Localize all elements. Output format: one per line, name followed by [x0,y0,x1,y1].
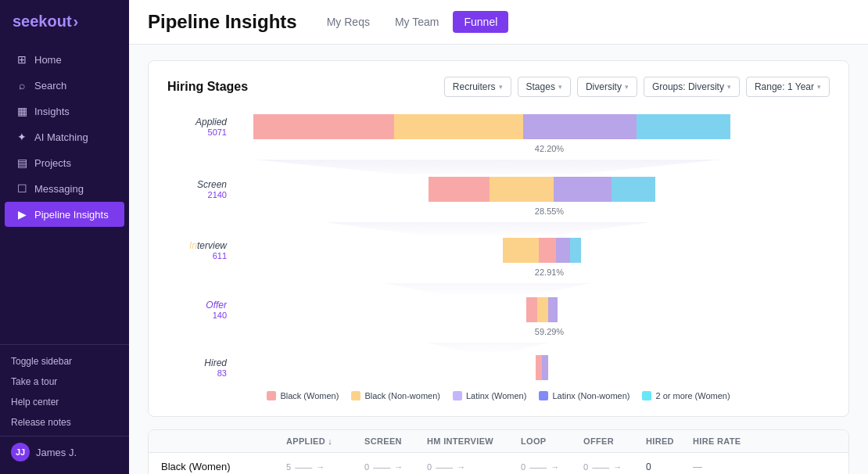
col-applied: APPLIED ↓ [286,436,364,446]
col-offer: OFFER [583,436,646,446]
stages-filter[interactable]: Stages ▾ [518,77,571,97]
sidebar-item-search[interactable]: ⌕ Search [5,73,124,98]
row-name: Black (Women) [161,461,286,472]
sidebar-item-ai-matching[interactable]: ✦ AI Matching [5,124,124,149]
data-table: APPLIED ↓ SCREEN HM INTERVIEW LOOP OFFER… [148,429,849,474]
sidebar-item-home[interactable]: ⊞ Home [5,47,124,72]
filter-row: Recruiters ▾ Stages ▾ Diversity ▾ Groups… [444,77,830,97]
sidebar-item-label: AI Matching [34,131,88,143]
row-applied: 5 —— → [286,462,364,472]
funnel-row-hired: Hired 83 [167,354,830,382]
sidebar-footer: Toggle sidebar Take a tour Help center R… [0,344,129,474]
col-screen: SCREEN [364,436,427,446]
funnel-row-screen: Screen 2140 [167,175,830,203]
row-screen: 0 —— → [364,462,427,472]
row-offer: 0 —— → [583,462,646,472]
chart-title: Hiring Stages [167,80,248,94]
pipeline-insights-icon: ▶ [16,208,28,221]
chevron-down-icon: ▾ [817,83,821,91]
sidebar-item-label: Projects [34,157,71,169]
tab-my-team[interactable]: My Team [384,11,450,33]
funnel-row-applied: Applied 5071 [167,113,830,141]
main-content: Pipeline Insights My Reqs My Team Funnel… [129,0,868,474]
legend-latinx-non-women: Latinx (Non-women) [539,391,629,400]
sidebar-item-projects[interactable]: ▤ Projects [5,150,124,175]
tab-my-reqs[interactable]: My Reqs [316,11,381,33]
stage-count-offer: 140 [167,311,227,320]
stage-name-screen: Screen [167,179,227,190]
stage-count-hired: 83 [167,368,227,378]
stage-name-applied: Applied [167,117,227,127]
user-info[interactable]: JJ James J. [0,436,129,468]
toggle-sidebar-link[interactable]: Toggle sidebar [0,351,129,372]
col-loop: LOOP [521,436,583,446]
diversity-filter[interactable]: Diversity ▾ [577,77,637,97]
offer-bars [253,296,830,324]
sidebar-item-insights[interactable]: ▦ Insights [5,99,124,124]
row-hired: 0 [646,461,693,472]
legend-color-black-women [267,391,276,400]
take-a-tour-link[interactable]: Take a tour [0,372,129,392]
col-name [161,436,286,446]
screen-bars [253,175,830,203]
stage-count-screen: 2140 [167,190,227,199]
sidebar-item-label: Messaging [34,183,84,195]
release-notes-link[interactable]: Release notes [0,412,129,433]
conversion-offer: 59.29% [269,327,830,336]
help-center-link[interactable]: Help center [0,392,129,412]
groups-diversity-filter[interactable]: Groups: Diversity ▾ [644,77,740,97]
col-hired: HIRED [646,436,693,446]
funnel-row-interview: Interview 611 [167,236,830,264]
conversion-interview: 22.91% [269,268,830,277]
sidebar-item-messaging[interactable]: ☐ Messaging [5,176,124,201]
legend-2-or-more-women: 2 or more (Women) [642,391,730,400]
col-hire-rate: HIRE RATE [693,436,755,446]
row-hm-interview: 0 —— → [427,462,521,472]
sidebar-item-label: Pipeline Insights [34,209,109,221]
insights-icon: ▦ [16,105,28,117]
home-icon: ⊞ [16,53,28,66]
recruiters-filter[interactable]: Recruiters ▾ [444,77,511,97]
legend-color-latinx-non-women [539,391,548,400]
col-hm-interview: HM INTERVIEW [427,436,521,446]
messaging-icon: ☐ [16,182,28,195]
page-title: Pipeline Insights [148,11,297,33]
legend-color-black-non-women [351,391,360,400]
sidebar-nav: ⊞ Home ⌕ Search ▦ Insights ✦ AI Matching… [0,43,129,344]
sidebar-item-label: Search [34,80,66,92]
hiring-stages-section: Hiring Stages Recruiters ▾ Stages ▾ Dive… [148,60,849,417]
row-hire-rate: — [693,461,755,472]
sidebar: seekout› ⊞ Home ⌕ Search ▦ Insights ✦ AI… [0,0,129,474]
chart-header: Hiring Stages Recruiters ▾ Stages ▾ Dive… [167,77,830,97]
tab-funnel[interactable]: Funnel [453,11,508,33]
applied-bars [253,113,830,141]
page-header: Pipeline Insights My Reqs My Team Funnel [129,0,868,45]
app-logo: seekout› [0,0,129,43]
funnel-row-offer: Offer 140 [167,296,830,324]
chevron-down-icon: ▾ [727,83,731,91]
legend-color-latinx-women [453,391,462,400]
legend-color-2-or-more-women [642,391,651,400]
interview-bars [253,236,830,264]
range-filter[interactable]: Range: 1 Year ▾ [746,77,830,97]
stage-name-interview: Interview [167,240,227,251]
stage-name-offer: Offer [167,300,227,311]
stage-count-interview: 611 [167,251,227,260]
sidebar-item-label: Insights [34,106,70,117]
header-tabs: My Reqs My Team Funnel [316,11,509,33]
chart-legend: Black (Women) Black (Non-women) Latinx (… [167,391,830,400]
content-area: Hiring Stages Recruiters ▾ Stages ▾ Dive… [129,45,868,474]
ai-matching-icon: ✦ [16,131,28,143]
row-loop: 0 —— → [521,462,583,472]
sidebar-item-pipeline-insights[interactable]: ▶ Pipeline Insights [5,202,124,227]
table-row: Black (Women) 5 —— → 0 —— → 0 —— → 0 [149,453,848,474]
funnel-chart: Applied 5071 42.20% [167,113,830,382]
legend-black-non-women: Black (Non-women) [351,391,440,400]
sidebar-item-label: Home [34,54,62,66]
stage-name-hired: Hired [167,357,227,368]
table-header: APPLIED ↓ SCREEN HM INTERVIEW LOOP OFFER… [149,430,848,453]
projects-icon: ▤ [16,156,28,169]
avatar: JJ [11,443,30,461]
stage-count-applied: 5071 [167,127,227,137]
hired-bars [253,354,830,382]
